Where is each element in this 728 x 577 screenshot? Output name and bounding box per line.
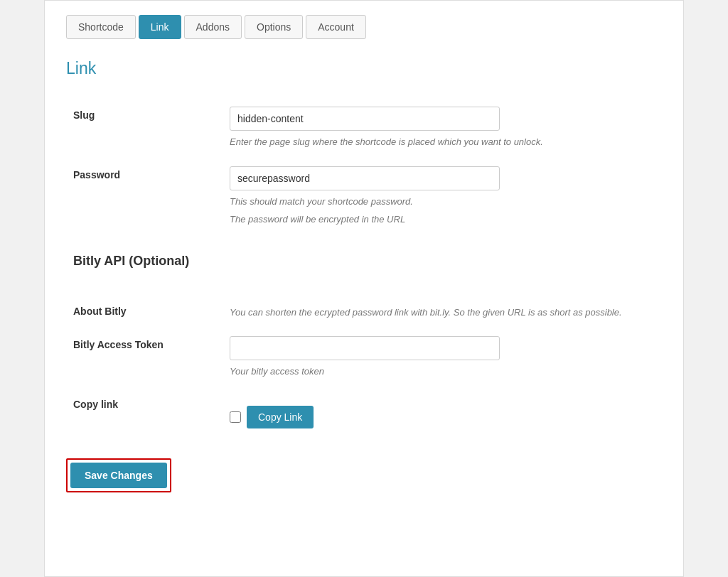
main-form: Slug Enter the page slug where the short…: [66, 98, 662, 437]
save-changes-area: Save Changes: [66, 458, 171, 492]
slug-label: Slug: [66, 98, 223, 158]
about-bitly-label: About Bitly: [66, 294, 223, 328]
copy-link-row: Copy link Copy Link: [66, 387, 662, 437]
page-title: Link: [66, 59, 662, 78]
copy-link-checkbox[interactable]: [230, 411, 241, 423]
bitly-token-field-cell: Your bitly access token: [223, 328, 662, 387]
bitly-section-title: Bitly API (Optional): [73, 254, 655, 269]
password-description-line1: This should match your shortcode passwor…: [230, 195, 655, 209]
about-bitly-text-cell: You can shorten the ecrypted password li…: [223, 294, 662, 328]
copy-link-button[interactable]: Copy Link: [247, 406, 314, 428]
copy-link-area: Copy Link: [230, 396, 655, 428]
save-changes-button[interactable]: Save Changes: [70, 463, 167, 488]
password-label: Password: [66, 158, 223, 235]
password-description-line2: The password will be encrypted in the UR…: [230, 212, 655, 227]
copy-link-label: Copy link: [66, 387, 223, 437]
bitly-header-row: Bitly API (Optional): [66, 235, 662, 294]
bitly-token-row: Bitly Access Token Your bitly access tok…: [66, 328, 662, 387]
bitly-token-input[interactable]: [230, 336, 500, 360]
password-row: Password This should match your shortcod…: [66, 158, 662, 235]
about-bitly-text: You can shorten the ecrypted password li…: [230, 303, 655, 320]
tab-link[interactable]: Link: [139, 15, 181, 39]
tab-shortcode[interactable]: Shortcode: [66, 15, 136, 39]
page-wrapper: Shortcode Link Addons Options Account Li…: [44, 0, 684, 577]
bitly-token-description: Your bitly access token: [230, 365, 655, 379]
tabs-bar: Shortcode Link Addons Options Account: [66, 15, 662, 39]
slug-row: Slug Enter the page slug where the short…: [66, 98, 662, 158]
tab-options[interactable]: Options: [245, 15, 303, 39]
tab-addons[interactable]: Addons: [184, 15, 242, 39]
bitly-token-label: Bitly Access Token: [66, 328, 223, 387]
about-bitly-row: About Bitly You can shorten the ecrypted…: [66, 294, 662, 328]
tab-account[interactable]: Account: [306, 15, 366, 39]
slug-description: Enter the page slug where the shortcode …: [230, 135, 655, 149]
bitly-section-title-cell: Bitly API (Optional): [66, 235, 662, 294]
password-input[interactable]: [230, 166, 500, 190]
slug-input[interactable]: [230, 107, 500, 131]
copy-link-cell: Copy Link: [223, 387, 662, 437]
slug-field-cell: Enter the page slug where the shortcode …: [223, 98, 662, 158]
password-field-cell: This should match your shortcode passwor…: [223, 158, 662, 235]
